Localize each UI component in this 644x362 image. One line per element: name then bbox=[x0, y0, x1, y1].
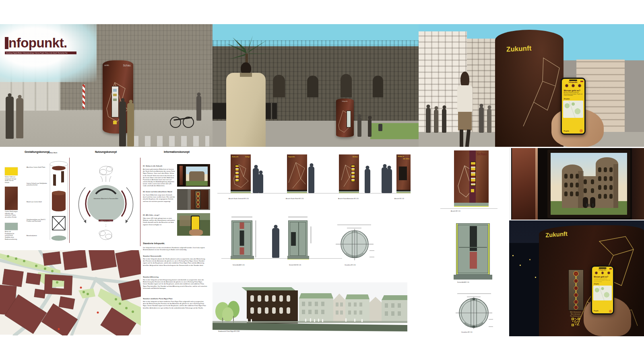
standort-heading: Standort Simeonstraße bbox=[143, 255, 161, 257]
schau-caption-section: Schnitt A-A M 1:10 bbox=[457, 282, 469, 283]
pillar-label-zukunft: Zukunft bbox=[545, 230, 568, 239]
category-icon bbox=[565, 84, 568, 87]
app-screen: Infopunkt. Worum geht es? Auf dieser Web… bbox=[562, 79, 584, 134]
pillar-screen bbox=[111, 86, 119, 117]
wall-arch bbox=[273, 75, 285, 97]
home-badge-icon: ⌂ bbox=[574, 271, 579, 276]
wall-arch bbox=[373, 76, 383, 97]
streetscape-caption: Stadtansicht Porta Nigra M 1:200 bbox=[218, 331, 239, 332]
schau-section bbox=[456, 223, 490, 275]
pedestrian bbox=[357, 117, 361, 137]
tech-caption-3: Grundriss M 1:20 bbox=[345, 264, 356, 266]
silhouette-walking bbox=[272, 228, 279, 258]
german-flag-icon bbox=[580, 81, 583, 82]
app-question: Worum geht es? bbox=[564, 89, 582, 92]
standort-heading: Standort nördlicher Porta Nigra Platz bbox=[143, 298, 173, 300]
phone-notch bbox=[569, 80, 577, 81]
dimension-line bbox=[256, 220, 256, 257]
usage-diagram bbox=[76, 156, 135, 245]
pillar-label-right: Schau. bbox=[123, 64, 131, 67]
screen-frame bbox=[547, 150, 630, 218]
pedestrian bbox=[16, 98, 23, 138]
schau-title: Schau bbox=[477, 152, 487, 156]
render-night-zukunft: Zukunft ⌂ Mehr Informationen More inform… bbox=[509, 220, 644, 336]
lawn bbox=[370, 123, 419, 139]
info-num: 03. bbox=[143, 214, 145, 216]
panel-caption: Ansicht M 1:20 bbox=[394, 198, 404, 200]
panel-caption: Ansicht Säule Zeitstrahl M 1:20 bbox=[229, 198, 249, 200]
info-body: Auf einem gekrümmten Bildschirm im Inner… bbox=[143, 169, 175, 187]
info-body: Der Touch-Bildschirm zeigt einen Zeitstr… bbox=[143, 194, 175, 203]
panel-label: Infop bbox=[245, 156, 250, 158]
app-zeitplan-label: Zeitplan bbox=[594, 283, 611, 285]
panel-caption: Ansicht Säule Animation M 1:20 bbox=[338, 198, 359, 200]
night-buildings bbox=[509, 243, 543, 336]
standort-1: Standort Simeonstraße Hier ist der Infop… bbox=[143, 255, 207, 267]
logo: nfopunkt. Gestaltung / Digitale Medien /… bbox=[5, 35, 76, 54]
swatch-caption: Beton als Fundament für ausreichend Stab… bbox=[5, 231, 18, 240]
elevation-panel-2: fopunkt. bbox=[287, 154, 307, 193]
color-swatch-corten: Corten-Stahl wegen robuster und römische… bbox=[5, 187, 18, 210]
pedestrian bbox=[479, 107, 484, 133]
pedestrian bbox=[487, 109, 491, 133]
pedestrian bbox=[368, 119, 372, 137]
pillar-screen bbox=[347, 111, 351, 128]
right-pillar-edge bbox=[632, 148, 644, 220]
schau-detail-column: Schau Ansicht M 1:10 Schnitt A-A M 1:10 bbox=[439, 148, 499, 337]
silhouette-pair bbox=[386, 169, 392, 193]
standort-heading: Standort Alleenring bbox=[143, 276, 159, 278]
silhouette-reaching bbox=[253, 168, 259, 193]
schau-caption-view: Ansicht M 1:10 bbox=[451, 210, 460, 212]
elevation-row: Zukunft Infop Ansicht Säule Zeitstrahl M… bbox=[217, 151, 411, 203]
barrier-pole bbox=[83, 84, 85, 109]
photo-porta-nigra-wall: Infopunkt. bbox=[213, 24, 419, 147]
app-icon-row bbox=[595, 272, 610, 274]
elevation-panel-4: Schau in die Zuku bbox=[396, 154, 411, 193]
informationskonzept-column: Informationskonzept 01. Schau in die Zuk… bbox=[142, 150, 212, 237]
section-b bbox=[288, 220, 308, 257]
phone-notch bbox=[599, 267, 607, 269]
pillar-qr bbox=[113, 121, 117, 124]
silhouette-walking bbox=[365, 169, 370, 193]
assembly-label: Unterkonstruktion aus Stahl U-Profilen u… bbox=[27, 219, 47, 222]
diagram-bottom-label: Touch-Bildschirm mit Zeitstrahl bbox=[90, 220, 122, 222]
panel-label: Schau bbox=[353, 156, 358, 158]
dimension-line bbox=[311, 226, 311, 243]
panel-label: Zukunft bbox=[232, 156, 238, 158]
assembly-label: Mantel aus Corten-Stahl bbox=[27, 201, 47, 203]
app-zeitplan-label: Zeitplan bbox=[564, 98, 582, 100]
logo-text: nfopunkt. bbox=[8, 35, 67, 50]
porta-nigra-render bbox=[551, 153, 627, 215]
app-body: Auf dieser Website werden die Themenbere… bbox=[564, 92, 582, 97]
silhouette-child bbox=[258, 174, 263, 193]
divider bbox=[140, 158, 140, 246]
chevron-up-icon: › bbox=[580, 129, 583, 132]
standort-body: Hier ist der Infopunkt auf dem Bürgerste… bbox=[143, 279, 207, 290]
screen-column bbox=[469, 150, 476, 207]
ground-line bbox=[217, 193, 411, 193]
german-flag-icon bbox=[609, 268, 612, 270]
app-map-thumb bbox=[563, 101, 583, 118]
swatch-caption: Corten-Stahl wegen robuster und römische… bbox=[5, 211, 18, 218]
diagram-center-label: Gekrümmter Bildschirm für Panorama Blick bbox=[90, 198, 122, 200]
wall-arch bbox=[307, 76, 318, 97]
schau-plan-circle bbox=[455, 290, 493, 330]
info-heading: Schau in die Zukunft bbox=[146, 165, 162, 167]
app-icon-row bbox=[565, 84, 581, 87]
pillar-label-left: unkt. bbox=[104, 64, 109, 66]
assembly-title: Aufbau Säule bbox=[48, 152, 69, 154]
panel-label: die Zuku bbox=[403, 158, 409, 160]
standort-body: Hier ist der Infopunkt abseits der Straß… bbox=[143, 258, 207, 267]
assembly-label: Abschluss Corten-Stahl Platte bbox=[27, 167, 47, 168]
info-section-3: 03. Alle Infos „to go“. Über einen QR-Co… bbox=[143, 214, 175, 226]
elevation-panel-1: Zukunft Infop bbox=[231, 154, 251, 193]
info-body: Über einen QR-Code gelangt man zu einer … bbox=[143, 218, 175, 226]
schau-elevation: Schau bbox=[454, 150, 489, 207]
schau-section-base bbox=[454, 275, 492, 280]
presentation-board: unkt. Schau. nfopunkt. Ge bbox=[0, 0, 644, 362]
info-section-2: 02. Immer auf dem aktuellsten Stand Der … bbox=[143, 191, 175, 203]
smartphone: Infopunkt. Worum geht es? Auf dieser Web… bbox=[561, 78, 586, 135]
smartphone: Infopunkt. Worum geht es? Auf dieser Web… bbox=[591, 265, 614, 315]
pedestrian bbox=[6, 97, 14, 139]
app-projekt-label: Projekt bbox=[594, 310, 599, 312]
